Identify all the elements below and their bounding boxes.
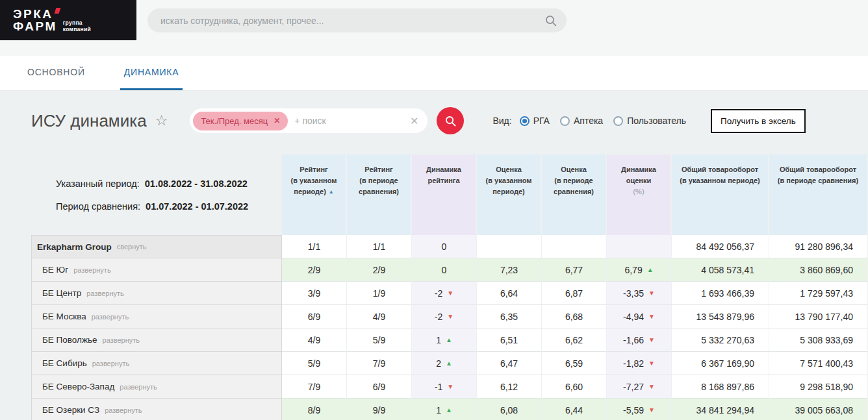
column-header-turnover-compare[interactable]: Общий товарооборот (в периоде сравнения) bbox=[769, 154, 868, 235]
row-collapse-link[interactable]: свернуть bbox=[117, 243, 147, 251]
filter-tag-label: Тек./Пред. месяц bbox=[201, 116, 268, 126]
table-cell: -2 bbox=[412, 305, 477, 328]
column-header-score-compare[interactable]: Оценка (в периоде сравнения) bbox=[542, 154, 607, 235]
table-cell: 2 bbox=[412, 352, 477, 375]
filter-search-box: Тек./Пред. месяц ✕ ✕ bbox=[190, 108, 428, 133]
sort-asc-icon: ▲ bbox=[329, 186, 334, 197]
view-radio-group: Вид: РГА Аптека Пользователь bbox=[492, 116, 696, 126]
compare-period-line: Период сравнения: 01.07.2022 - 01.07.202… bbox=[56, 195, 282, 218]
table-cell: 3/9 bbox=[282, 282, 347, 305]
radio-user[interactable]: Пользователь bbox=[613, 116, 686, 126]
global-search-input[interactable] bbox=[160, 16, 544, 26]
top-bar: ЭРКА ФАРМ группакомпаний bbox=[0, 0, 868, 56]
row-name: БЕ Юг bbox=[42, 265, 68, 275]
filter-search-input[interactable] bbox=[294, 116, 410, 126]
current-period-line: Указанный период: 01.08.2022 - 31.08.202… bbox=[56, 173, 282, 195]
search-icon bbox=[444, 115, 457, 127]
trend-icon bbox=[446, 360, 452, 367]
row-expand-link[interactable]: развернуть bbox=[73, 266, 110, 274]
table-cell: 9/9 bbox=[347, 399, 412, 420]
row-expand-link[interactable]: развернуть bbox=[103, 336, 140, 344]
row-label: БЕ Поволжье развернуть bbox=[31, 328, 282, 352]
row-label: Erkapharm Group свернуть bbox=[31, 235, 282, 258]
table-cell: 5/9 bbox=[347, 328, 412, 352]
trend-icon bbox=[446, 407, 452, 414]
table-cell: 2/9 bbox=[347, 258, 412, 282]
trend-icon bbox=[446, 337, 452, 343]
apply-search-button[interactable] bbox=[437, 107, 464, 134]
table-cell: 39 005 663,08 bbox=[769, 399, 868, 420]
column-header-turnover-current[interactable]: Общий товарооборот (в указанном периоде) bbox=[672, 154, 769, 235]
column-header-score-dynamics[interactable]: Динамика оценки (%) bbox=[607, 154, 672, 235]
radio-circle-icon bbox=[520, 116, 530, 126]
table-cell: 6,51 bbox=[477, 328, 542, 352]
tab-dynamics[interactable]: ДИНАМИКА bbox=[120, 56, 183, 90]
table-cell: 2/9 bbox=[282, 258, 347, 282]
table-cell: 6,59 bbox=[542, 352, 607, 375]
company-logo[interactable]: ЭРКА ФАРМ группакомпаний bbox=[0, 0, 136, 40]
table-row: БЕ Поволжье развернуть 4/9 5/9 1 6,51 6,… bbox=[31, 328, 868, 352]
row-expand-link[interactable]: развернуть bbox=[86, 290, 123, 297]
table-cell: 84 492 056,37 bbox=[672, 235, 769, 258]
radio-apteka[interactable]: Аптека bbox=[560, 116, 603, 126]
filter-clear-icon[interactable]: ✕ bbox=[410, 115, 418, 127]
app-window: ЭРКА ФАРМ группакомпаний ОСНОВНОЙ ДИНАМИ bbox=[0, 0, 868, 420]
table-cell: 0 bbox=[412, 258, 477, 282]
row-label: БЕ Северо-Запад развернуть bbox=[31, 375, 282, 399]
table-row: БЕ Москва развернуть 6/9 4/9 -2 6,35 6,6… bbox=[31, 305, 868, 328]
column-header-rating-compare[interactable]: Рейтинг (в периоде сравнения) bbox=[347, 154, 412, 235]
table-cell: 6,87 bbox=[542, 282, 607, 305]
table-cell: 6,77 bbox=[542, 258, 607, 282]
row-expand-link[interactable]: развернуть bbox=[92, 313, 129, 321]
table-cell: 6,12 bbox=[477, 375, 542, 399]
favorite-star-icon[interactable]: ☆ bbox=[155, 114, 168, 128]
trend-icon bbox=[447, 290, 453, 297]
column-header-rating-dynamics[interactable]: Динамика рейтинга bbox=[412, 154, 477, 235]
radio-rga[interactable]: РГА bbox=[520, 116, 550, 126]
trend-icon bbox=[648, 384, 655, 390]
export-excel-button[interactable]: Получить в эксель bbox=[711, 109, 806, 133]
table-cell: 4 058 573,41 bbox=[672, 258, 769, 282]
column-header-rating-current[interactable]: Рейтинг (в указанном периоде)▲ bbox=[282, 154, 347, 235]
view-label: Вид: bbox=[492, 116, 511, 126]
radio-circle-icon bbox=[613, 116, 623, 126]
trend-icon bbox=[447, 314, 453, 320]
search-icon[interactable] bbox=[544, 14, 557, 27]
table-cell: 1 bbox=[412, 399, 477, 420]
logo-subtitle: группакомпаний bbox=[63, 20, 91, 32]
row-label: БЕ Центр развернуть bbox=[31, 282, 282, 305]
row-expand-link[interactable]: развернуть bbox=[120, 383, 157, 391]
table-cell: 1 bbox=[412, 328, 477, 352]
table-cell bbox=[542, 235, 607, 258]
compare-period-value: 01.07.2022 - 01.07.2022 bbox=[146, 201, 248, 212]
trend-icon bbox=[648, 314, 655, 320]
table-cell: 6,35 bbox=[477, 305, 542, 328]
table-cell: 9 298 518,90 bbox=[769, 375, 868, 399]
filter-tag-remove-icon[interactable]: ✕ bbox=[274, 116, 280, 125]
table-cell: 8/9 bbox=[282, 399, 347, 420]
table-cell: 1/1 bbox=[347, 235, 412, 258]
table-cell: -3,35 bbox=[607, 282, 672, 305]
table-cell: 6,08 bbox=[477, 399, 542, 420]
tab-bar: ОСНОВНОЙ ДИНАМИКА bbox=[0, 56, 868, 91]
table-row: БЕ Центр развернуть 3/9 1/9 -2 6,64 6,87… bbox=[31, 282, 868, 305]
table-cell: 1/9 bbox=[347, 282, 412, 305]
table-cell: -1,82 bbox=[607, 352, 672, 375]
row-name: БЕ Центр bbox=[42, 288, 81, 298]
row-expand-link[interactable]: развернуть bbox=[92, 360, 129, 367]
tab-main[interactable]: ОСНОВНОЙ bbox=[23, 56, 89, 90]
table-cell: 7,23 bbox=[477, 258, 542, 282]
table-cell: 1 693 466,39 bbox=[672, 282, 769, 305]
filter-tag[interactable]: Тек./Пред. месяц ✕ bbox=[193, 112, 288, 130]
logo-word-2: ФАРМ группакомпаний bbox=[13, 20, 136, 33]
current-period-value: 01.08.2022 - 31.08.2022 bbox=[145, 179, 248, 189]
table-cell: 13 790 177,40 bbox=[769, 305, 868, 328]
current-period-label: Указанный период: bbox=[56, 179, 140, 189]
row-expand-link[interactable]: развернуть bbox=[105, 406, 142, 414]
table-cell: 1/1 bbox=[282, 235, 347, 258]
table-cell: -5,59 bbox=[607, 399, 672, 420]
radio-rga-label: РГА bbox=[533, 116, 550, 126]
table-cell: 7/9 bbox=[282, 375, 347, 399]
table-cell: 6,62 bbox=[542, 328, 607, 352]
column-header-score-current[interactable]: Оценка (в указанном периоде) bbox=[477, 154, 542, 235]
